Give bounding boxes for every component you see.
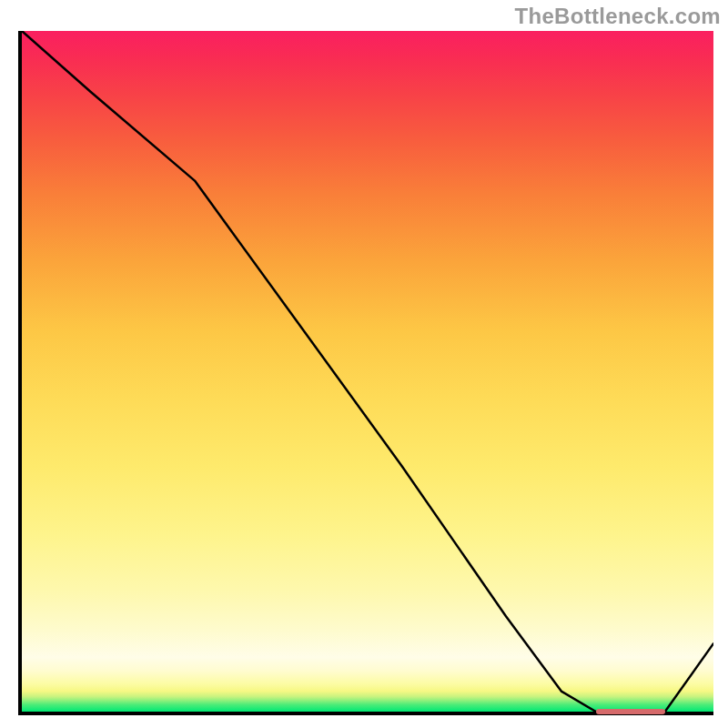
line-curve <box>22 31 713 712</box>
plot-area <box>18 31 713 715</box>
chart-frame: TheBottleneck.com <box>0 0 728 728</box>
optimal-range-marker <box>596 709 665 714</box>
watermark-text: TheBottleneck.com <box>515 4 721 29</box>
